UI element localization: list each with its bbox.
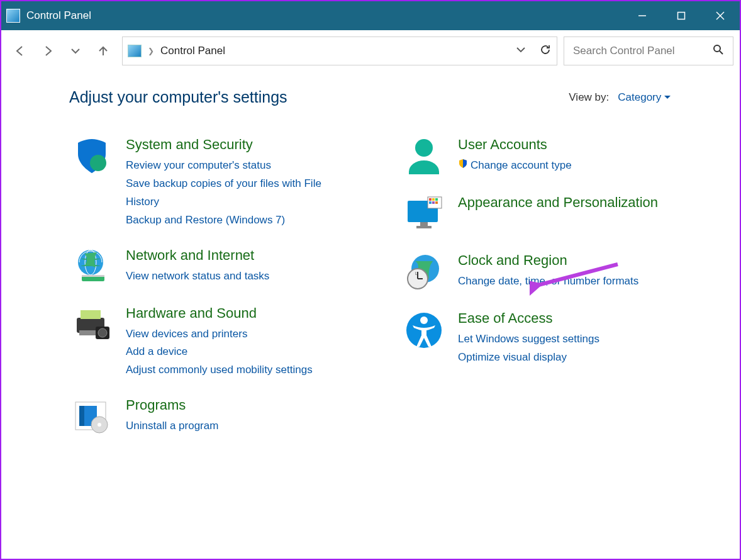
category-link[interactable]: Adjust commonly used mobility settings [126, 361, 313, 379]
category-link[interactable]: Uninstall a program [126, 417, 218, 435]
svg-rect-31 [435, 201, 438, 204]
category-ease-of-access: Ease of Access Let Windows suggest setti… [401, 310, 708, 367]
control-panel-icon [6, 9, 20, 23]
printer-icon [69, 305, 114, 345]
breadcrumb-separator-icon: ❯ [148, 47, 154, 55]
category-network-internet: Network and Internet View network status… [69, 247, 376, 288]
recent-dropdown[interactable] [63, 38, 88, 64]
category-title[interactable]: Hardware and Sound [126, 305, 313, 322]
refresh-button[interactable] [539, 43, 552, 59]
category-clock-region: L Clock and Region Change date, time, or… [401, 252, 708, 293]
svg-point-4 [714, 45, 720, 52]
svg-rect-30 [432, 201, 435, 204]
up-button[interactable] [91, 38, 116, 64]
globe-icon [69, 247, 114, 288]
close-button[interactable] [701, 1, 740, 30]
view-by-control[interactable]: View by: Category [569, 91, 671, 104]
category-link[interactable]: Let Windows suggest settings [458, 330, 599, 349]
svg-rect-23 [420, 222, 428, 226]
category-title[interactable]: System and Security [126, 137, 340, 153]
category-link[interactable]: Optimize visual display [458, 349, 599, 367]
breadcrumb[interactable]: Control Panel [160, 45, 225, 57]
category-link[interactable]: View devices and printers [126, 325, 313, 344]
page-title: Adjust your computer's settings [69, 88, 287, 106]
svg-rect-28 [435, 198, 438, 201]
category-title[interactable]: Network and Internet [126, 247, 269, 264]
svg-point-15 [98, 328, 107, 337]
svg-rect-24 [416, 226, 432, 228]
breadcrumb-dropdown-icon[interactable] [515, 44, 526, 58]
svg-rect-26 [429, 198, 432, 201]
category-link[interactable]: Save backup copies of your files with Fi… [126, 175, 340, 211]
category-link[interactable]: View network status and tasks [126, 267, 269, 286]
category-title[interactable]: Appearance and Personalization [458, 194, 658, 211]
monitor-icon [401, 194, 447, 235]
right-column: User Accounts Change account type Appear… [401, 137, 708, 455]
svg-point-6 [90, 155, 106, 171]
search-input[interactable]: Search Control Panel [564, 36, 733, 65]
svg-rect-18 [79, 406, 84, 426]
category-title[interactable]: Clock and Region [458, 252, 638, 269]
category-title[interactable]: Ease of Access [458, 310, 599, 327]
uac-shield-icon [458, 157, 468, 175]
svg-rect-29 [429, 201, 432, 204]
svg-point-38 [420, 316, 428, 324]
category-user-accounts: User Accounts Change account type [401, 137, 708, 177]
minimize-button[interactable] [623, 1, 662, 30]
control-panel-small-icon [128, 45, 142, 57]
programs-icon [69, 397, 114, 437]
window-title: Control Panel [26, 9, 91, 22]
category-title[interactable]: Programs [126, 397, 218, 413]
search-placeholder: Search Control Panel [573, 45, 675, 57]
category-link[interactable]: Change account type [458, 157, 572, 175]
toolbar: ❯ Control Panel Search Control Panel [1, 33, 740, 69]
category-system-security: System and Security Review your computer… [69, 137, 376, 230]
svg-text:L: L [415, 271, 418, 276]
search-icon[interactable] [713, 44, 724, 59]
back-button[interactable] [8, 38, 33, 64]
forward-button[interactable] [35, 38, 60, 64]
svg-rect-12 [81, 310, 101, 319]
category-link[interactable]: Change date, time, or number formats [458, 272, 638, 291]
svg-line-5 [720, 51, 723, 54]
category-hardware-sound: Hardware and Sound View devices and prin… [69, 305, 376, 380]
svg-rect-27 [432, 198, 435, 201]
category-link[interactable]: Review your computer's status [126, 157, 340, 175]
accessibility-icon [401, 310, 447, 350]
svg-rect-1 [678, 13, 685, 20]
content-area: Adjust your computer's settings View by:… [1, 69, 740, 559]
category-link[interactable]: Backup and Restore (Windows 7) [126, 211, 340, 230]
address-bar[interactable]: ❯ Control Panel [122, 36, 557, 65]
category-link[interactable]: Add a device [126, 343, 313, 361]
maximize-button[interactable] [662, 1, 701, 30]
svg-point-20 [98, 423, 101, 427]
chevron-down-icon [664, 95, 671, 100]
left-column: System and Security Review your computer… [69, 137, 376, 455]
category-programs: Programs Uninstall a program [69, 397, 376, 437]
svg-rect-10 [82, 275, 104, 277]
category-appearance-personalization: Appearance and Personalization [401, 194, 708, 235]
view-by-label: View by: [569, 91, 609, 104]
clock-globe-icon: L [401, 252, 447, 293]
svg-point-21 [415, 139, 433, 157]
category-title[interactable]: User Accounts [458, 137, 572, 153]
titlebar: Control Panel [1, 1, 740, 30]
view-by-value: Category [618, 91, 661, 103]
shield-icon [69, 137, 114, 177]
window-frame: Control Panel ❯ Control Panel Search Con… [0, 0, 741, 560]
user-icon [401, 137, 447, 177]
